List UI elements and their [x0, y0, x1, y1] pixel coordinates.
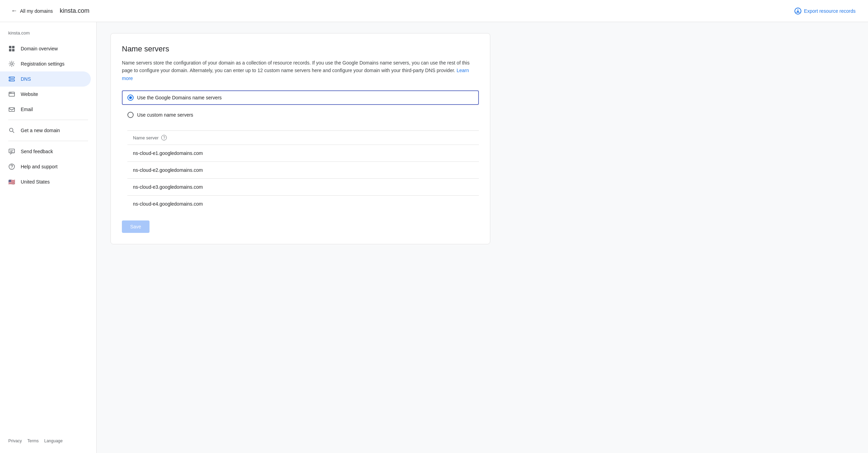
website-icon [8, 91, 15, 98]
sidebar-item-dns[interactable]: DNS [0, 71, 91, 87]
sidebar-item-label: Registration settings [21, 61, 65, 67]
dns-icon [8, 76, 15, 82]
sidebar-item-label: Send feedback [21, 149, 53, 154]
header-left: ← All my domains kinsta.com [8, 4, 89, 17]
svg-rect-1 [12, 46, 15, 48]
body-container: kinsta.com Domain overview [0, 22, 868, 453]
sidebar: kinsta.com Domain overview [0, 22, 97, 453]
sidebar-item-registration-settings[interactable]: Registration settings [0, 56, 91, 71]
language-link[interactable]: Language [44, 439, 62, 443]
grid-icon [8, 45, 15, 52]
sidebar-divider [8, 120, 88, 120]
radio-custom-ns-circle [127, 112, 134, 118]
sidebar-item-send-feedback[interactable]: Send feedback [0, 144, 91, 159]
back-button[interactable]: ← All my domains [8, 4, 56, 17]
ns-header-label: Name server [133, 135, 158, 140]
sidebar-item-help-support[interactable]: Help and support [0, 159, 91, 174]
sidebar-divider-2 [8, 141, 88, 141]
svg-point-10 [10, 92, 10, 93]
card-description: Name servers store the configuration of … [122, 59, 479, 82]
svg-point-11 [11, 92, 11, 93]
flag-icon: 🇺🇸 [8, 178, 15, 185]
svg-rect-2 [9, 49, 11, 51]
export-button[interactable]: Export resource records [790, 5, 860, 17]
sidebar-item-label: Website [21, 91, 38, 97]
sidebar-item-label: DNS [21, 76, 31, 82]
svg-point-16 [11, 168, 12, 169]
ns-table-header: Name server ? [127, 131, 479, 145]
header-domain: kinsta.com [60, 7, 89, 14]
ns-row-2: ns-cloud-e2.googledomains.com [127, 162, 479, 179]
radio-custom-ns-label: Use custom name servers [137, 112, 193, 118]
help-icon [8, 163, 15, 170]
sidebar-item-label: Domain overview [21, 46, 58, 51]
search-icon [8, 127, 15, 134]
privacy-link[interactable]: Privacy [8, 439, 22, 443]
svg-rect-3 [12, 49, 15, 51]
radio-google-ns-circle [127, 95, 134, 101]
sidebar-item-united-states[interactable]: 🇺🇸 United States [0, 174, 91, 189]
export-icon [794, 8, 801, 14]
sidebar-item-label: Help and support [21, 164, 58, 169]
description-text: Name servers store the configuration of … [122, 60, 470, 73]
sidebar-item-label: United States [21, 179, 50, 185]
name-servers-card: Name servers Name servers store the conf… [110, 33, 490, 244]
radio-google-ns-label: Use the Google Domains name servers [137, 95, 222, 100]
sidebar-nav: Domain overview Registration settings [0, 41, 96, 434]
svg-point-8 [10, 80, 10, 81]
ns-value-4: ns-cloud-e4.googledomains.com [133, 201, 203, 207]
sidebar-footer: Privacy Terms Language [0, 434, 96, 447]
sidebar-item-label: Email [21, 107, 33, 112]
sidebar-item-website[interactable]: Website [0, 87, 91, 102]
svg-rect-12 [9, 108, 15, 111]
ns-value-3: ns-cloud-e3.googledomains.com [133, 184, 203, 190]
card-title: Name servers [122, 45, 479, 53]
feedback-icon [8, 148, 15, 155]
ns-row-4: ns-cloud-e4.googledomains.com [127, 196, 479, 212]
ns-table: Name server ? ns-cloud-e1.googledomains.… [127, 130, 479, 212]
ns-row-3: ns-cloud-e3.googledomains.com [127, 179, 479, 196]
header: ← All my domains kinsta.com Export resou… [0, 0, 868, 22]
gear-icon [8, 60, 15, 67]
svg-point-7 [10, 77, 10, 78]
save-button[interactable]: Save [122, 220, 150, 233]
export-label: Export resource records [804, 8, 856, 14]
terms-link[interactable]: Terms [27, 439, 39, 443]
email-icon [8, 106, 15, 113]
sidebar-domain: kinsta.com [0, 28, 96, 41]
back-arrow-icon: ← [11, 7, 17, 14]
svg-point-4 [11, 63, 13, 65]
sidebar-item-label: Get a new domain [21, 128, 60, 133]
ns-value-1: ns-cloud-e1.googledomains.com [133, 150, 203, 156]
ns-row-1: ns-cloud-e1.googledomains.com [127, 145, 479, 162]
svg-rect-0 [9, 46, 11, 48]
sidebar-item-email[interactable]: Email [0, 102, 91, 117]
header-right: Export resource records [790, 5, 860, 17]
main-content: Name servers Name servers store the conf… [97, 22, 868, 453]
svg-point-13 [10, 128, 13, 132]
back-label: All my domains [20, 8, 53, 14]
sidebar-item-domain-overview[interactable]: Domain overview [0, 41, 91, 56]
help-circle-icon[interactable]: ? [161, 135, 167, 140]
radio-custom-ns[interactable]: Use custom name servers [122, 108, 479, 122]
ns-value-2: ns-cloud-e2.googledomains.com [133, 167, 203, 173]
radio-google-ns[interactable]: Use the Google Domains name servers [122, 90, 479, 105]
sidebar-item-get-new-domain[interactable]: Get a new domain [0, 123, 91, 138]
app-container: ← All my domains kinsta.com Export resou… [0, 0, 868, 453]
